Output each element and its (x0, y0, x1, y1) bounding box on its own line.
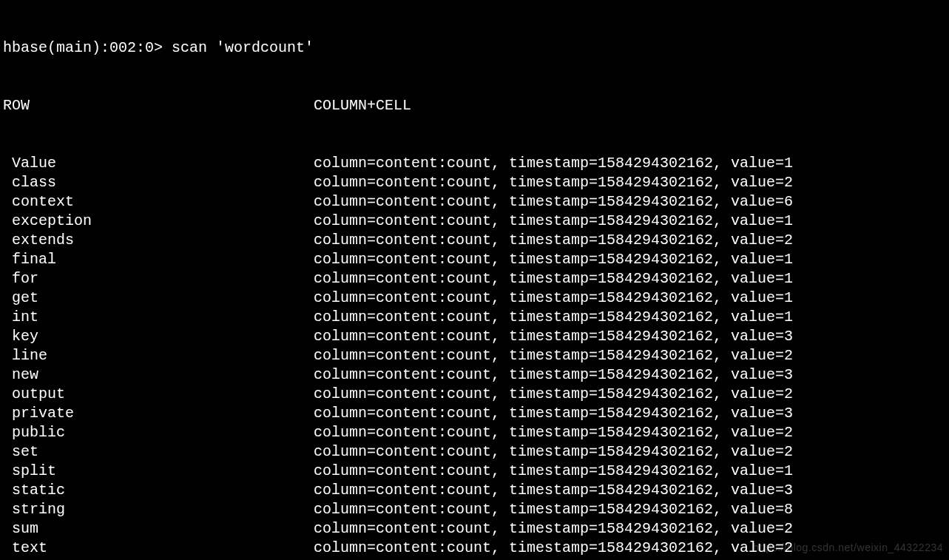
result-row: setcolumn=content:count, timestamp=15842… (3, 442, 946, 462)
row-cell: column=content:count, timestamp=15842943… (314, 423, 793, 442)
row-cell: column=content:count, timestamp=15842943… (314, 308, 793, 327)
result-row: intcolumn=content:count, timestamp=15842… (3, 308, 946, 327)
row-key: output (3, 385, 314, 404)
row-cell: column=content:count, timestamp=15842943… (314, 173, 793, 192)
row-cell: column=content:count, timestamp=15842943… (314, 500, 793, 519)
watermark-text: https://blog.csdn.net/weixin_44322234 (753, 541, 943, 554)
row-cell: column=content:count, timestamp=15842943… (314, 212, 793, 231)
terminal-output[interactable]: hbase(main):002:0> scan 'wordcount' ROWC… (0, 0, 949, 560)
row-cell: column=content:count, timestamp=15842943… (314, 365, 793, 385)
result-row: outputcolumn=content:count, timestamp=15… (3, 385, 946, 404)
result-row: privatecolumn=content:count, timestamp=1… (3, 404, 946, 423)
row-cell: column=content:count, timestamp=15842943… (314, 346, 793, 365)
row-key: get (3, 289, 314, 308)
row-cell: column=content:count, timestamp=15842943… (314, 404, 793, 423)
header-row: ROW (3, 96, 314, 115)
row-key: int (3, 308, 314, 327)
row-key: public (3, 423, 314, 442)
row-cell: column=content:count, timestamp=15842943… (314, 442, 793, 462)
row-cell: column=content:count, timestamp=15842943… (314, 231, 793, 250)
row-key: exception (3, 212, 314, 231)
row-key: private (3, 404, 314, 423)
row-key: split (3, 462, 314, 481)
result-row: forcolumn=content:count, timestamp=15842… (3, 269, 946, 289)
result-row: extendscolumn=content:count, timestamp=1… (3, 231, 946, 250)
row-key: Value (3, 154, 314, 173)
result-row: contextcolumn=content:count, timestamp=1… (3, 192, 946, 212)
result-row: sumcolumn=content:count, timestamp=15842… (3, 519, 946, 539)
result-rows: Valuecolumn=content:count, timestamp=158… (3, 154, 946, 560)
row-cell: column=content:count, timestamp=15842943… (314, 250, 793, 269)
row-key: set (3, 442, 314, 462)
row-key: static (3, 481, 314, 500)
result-row: newcolumn=content:count, timestamp=15842… (3, 365, 946, 385)
result-row: linecolumn=content:count, timestamp=1584… (3, 346, 946, 365)
row-key: class (3, 173, 314, 192)
result-row: staticcolumn=content:count, timestamp=15… (3, 481, 946, 500)
result-row: finalcolumn=content:count, timestamp=158… (3, 250, 946, 269)
row-key: line (3, 346, 314, 365)
result-row: publiccolumn=content:count, timestamp=15… (3, 423, 946, 442)
row-key: final (3, 250, 314, 269)
row-cell: column=content:count, timestamp=15842943… (314, 462, 793, 481)
row-key: extends (3, 231, 314, 250)
row-cell: column=content:count, timestamp=15842943… (314, 289, 793, 308)
row-cell: column=content:count, timestamp=15842943… (314, 539, 793, 558)
row-cell: column=content:count, timestamp=15842943… (314, 192, 793, 212)
row-key: context (3, 192, 314, 212)
result-row: classcolumn=content:count, timestamp=158… (3, 173, 946, 192)
row-key: key (3, 327, 314, 346)
header-column-cell: COLUMN+CELL (314, 96, 411, 115)
row-cell: column=content:count, timestamp=15842943… (314, 327, 793, 346)
header-line: ROWCOLUMN+CELL (3, 96, 946, 115)
row-key: string (3, 500, 314, 519)
result-row: Valuecolumn=content:count, timestamp=158… (3, 154, 946, 173)
row-key: for (3, 269, 314, 289)
row-cell: column=content:count, timestamp=15842943… (314, 385, 793, 404)
result-row: exceptioncolumn=content:count, timestamp… (3, 212, 946, 231)
row-cell: column=content:count, timestamp=15842943… (314, 481, 793, 500)
row-cell: column=content:count, timestamp=15842943… (314, 269, 793, 289)
row-key: sum (3, 519, 314, 539)
result-row: stringcolumn=content:count, timestamp=15… (3, 500, 946, 519)
result-row: keycolumn=content:count, timestamp=15842… (3, 327, 946, 346)
row-cell: column=content:count, timestamp=15842943… (314, 519, 793, 539)
prompt-line: hbase(main):002:0> scan 'wordcount' (3, 38, 946, 58)
result-row: getcolumn=content:count, timestamp=15842… (3, 289, 946, 308)
row-key: text (3, 539, 314, 558)
result-row: splitcolumn=content:count, timestamp=158… (3, 462, 946, 481)
row-cell: column=content:count, timestamp=15842943… (314, 154, 793, 173)
row-key: new (3, 365, 314, 385)
prompt-text: hbase(main):002:0> scan 'wordcount' (3, 38, 314, 58)
